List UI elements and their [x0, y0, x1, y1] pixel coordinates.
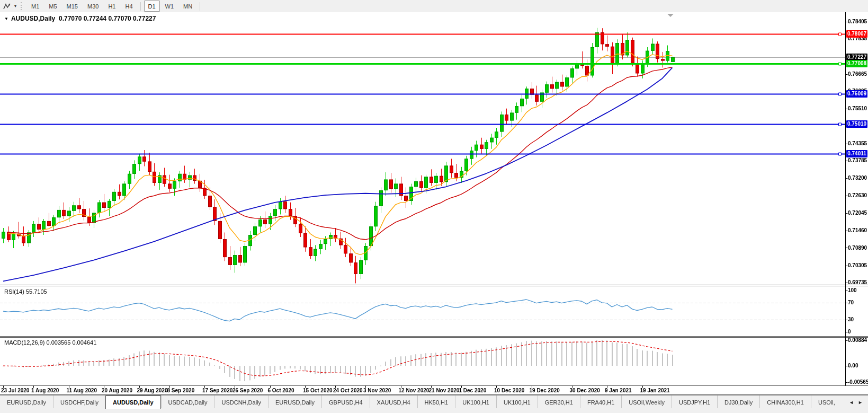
tab-scroll-right-icon[interactable]: ►	[856, 399, 865, 406]
chart-symbol-label: AUDUSD,Daily	[11, 15, 55, 22]
toolbar-separator	[140, 2, 141, 11]
timeframe-button-m1[interactable]: M1	[27, 1, 43, 12]
support-line-3-badge[interactable]: 0.75010	[846, 120, 867, 128]
date-tick-label: 29 Aug 2020	[137, 388, 168, 394]
price-tick-label: 0.69735	[848, 279, 868, 286]
price-tick-label: 0.70890	[848, 244, 868, 252]
tab-usdchf-daily[interactable]: USDCHF,Daily	[53, 396, 105, 409]
tab-audusd-daily[interactable]: AUDUSD,Daily	[105, 396, 160, 409]
tab-scroll-arrows: ◄ ►	[847, 396, 868, 409]
timeframe-toolbar: ▾ M1M5M15M30H1H4D1W1MN	[0, 0, 868, 13]
tab-uk100-h1[interactable]: UK100,H1	[455, 396, 496, 409]
timeframe-button-w1[interactable]: W1	[161, 1, 178, 12]
date-tick-label: 10 Dec 2020	[494, 388, 524, 394]
date-tick-label: 20 Aug 2020	[102, 388, 132, 394]
date-tick-label: 6 Oct 2020	[268, 388, 294, 394]
chart-shift-marker-icon[interactable]	[667, 14, 674, 17]
timeframe-button-h1[interactable]: H1	[104, 1, 120, 12]
date-tick-label: 19 Dec 2020	[530, 388, 560, 394]
price-tick-label: 0.73200	[848, 174, 868, 182]
chart-title: ▼AUDUSD,Daily 0.77070 0.77244 0.77070 0.…	[4, 15, 156, 22]
collapse-triangle-icon[interactable]: ▼	[4, 16, 8, 21]
chevron-down-icon[interactable]: ▾	[12, 4, 19, 8]
price-tick-label: 0.74355	[848, 140, 868, 147]
timeframe-button-mn[interactable]: MN	[179, 1, 196, 12]
toolbar-grip-handle[interactable]	[21, 2, 23, 10]
tab-ger30-h1[interactable]: GER30,H1	[538, 396, 580, 409]
price-tick-label: 0.70305	[848, 262, 868, 269]
chart-ohlc-values: 0.77070 0.77244 0.77070 0.77227	[59, 15, 156, 22]
rsi-scale-label: 100	[848, 287, 868, 294]
date-tick-label: 24 Oct 2020	[333, 388, 363, 394]
price-tick-label: 0.78405	[848, 18, 868, 25]
date-tick-label: 30 Dec 2020	[570, 388, 600, 394]
toolbar-separator	[200, 2, 200, 11]
date-tick-label: 1 Aug 2020	[31, 388, 59, 394]
tab-usdjpy-h1[interactable]: USDJPY,H1	[672, 396, 717, 409]
tab-eurusd-daily[interactable]: EURUSD,Daily	[268, 396, 321, 409]
resistance-line-badge[interactable]: 0.78007	[846, 30, 867, 38]
timeframe-button-h4[interactable]: H4	[121, 1, 137, 12]
macd-scale-label: 0.00	[848, 362, 868, 370]
tab-usdcad-daily[interactable]: USDCAD,Daily	[161, 396, 214, 409]
date-tick-label: 23 Jul 2020	[1, 388, 29, 394]
chart-region: ▼AUDUSD,Daily 0.77070 0.77244 0.77070 0.…	[0, 12, 868, 395]
support-line-4-badge[interactable]: 0.74011	[846, 150, 867, 157]
price-tick-label: 0.72045	[848, 209, 868, 217]
tab-gbpusd-h4[interactable]: GBPUSD,H4	[321, 396, 370, 409]
timeframe-button-m30[interactable]: M30	[83, 1, 103, 12]
timeframe-buttons: M1M5M15M30H1H4D1W1MN	[26, 1, 197, 12]
date-tick-label: 1 Dec 2020	[459, 388, 487, 394]
date-tick-label: 26 Sep 2020	[232, 388, 263, 394]
date-tick-label: 11 Aug 2020	[67, 388, 97, 394]
tab-usoil-[interactable]: USOil,	[811, 396, 842, 409]
price-tick-label: 0.72630	[848, 192, 868, 199]
chart-tabs: EURUSD,DailyUSDCHF,DailyAUDUSD,DailyUSDC…	[0, 396, 842, 409]
tab-usoil-weekly[interactable]: USOil,Weekly	[621, 396, 672, 409]
date-tick-label: 21 Nov 2020	[429, 388, 460, 394]
tab-eurusd-daily[interactable]: EURUSD,Daily	[0, 396, 53, 409]
date-tick-label: 17 Sep 2020	[202, 388, 232, 394]
timeframe-button-d1[interactable]: D1	[144, 1, 160, 12]
price-tick-label: 0.71460	[848, 227, 868, 234]
macd-scale-label: -0.005651	[848, 379, 868, 386]
date-tick-label: 8 Sep 2020	[167, 388, 195, 394]
date-tick-label: 15 Oct 2020	[303, 388, 333, 394]
rsi-scale-label: 30	[848, 316, 868, 323]
date-tick-label: 12 Nov 2020	[399, 388, 429, 394]
tab-dj30-daily[interactable]: DJ30,Daily	[717, 396, 759, 409]
tab-uk100-h1[interactable]: UK100,H1	[496, 396, 538, 409]
tab-china300-h1[interactable]: CHINA300,H1	[759, 396, 811, 409]
tab-xauusd-h4[interactable]: XAUUSD,H4	[370, 396, 417, 409]
price-tick-label: 0.73785	[848, 157, 868, 164]
macd-indicator-label: MACD(12,26,9) 0.003565 0.004641	[4, 339, 96, 346]
rsi-scale-label: 0	[848, 328, 868, 336]
chart-canvas[interactable]	[0, 12, 868, 395]
status-strip	[0, 408, 868, 413]
support-line-2-badge[interactable]: 0.76009	[846, 90, 867, 98]
date-tick-label: 19 Jan 2021	[640, 388, 670, 394]
mt4-window: ▾ M1M5M15M30H1H4D1W1MN ▼AUDUSD,Daily 0.7…	[0, 0, 868, 413]
support-line-1-badge[interactable]: 0.77008	[846, 60, 867, 67]
rsi-indicator-label: RSI(14) 55.7105	[4, 288, 47, 295]
timeframe-button-m5[interactable]: M5	[44, 1, 61, 12]
chart-cursor-icon[interactable]	[2, 2, 12, 11]
tab-fra40-h1[interactable]: FRA40,H1	[580, 396, 621, 409]
macd-scale-label: 0.00884	[848, 337, 868, 344]
price-tick-label: 0.75510	[848, 105, 868, 112]
tab-usdcnh-daily[interactable]: USDCNH,Daily	[214, 396, 268, 409]
date-tick-label: 9 Jan 2021	[605, 388, 632, 394]
price-tick-label: 0.76665	[848, 71, 868, 78]
chart-tab-bar: EURUSD,DailyUSDCHF,DailyAUDUSD,DailyUSDC…	[0, 395, 868, 409]
rsi-scale-label: 70	[848, 299, 868, 306]
timeframe-button-m15[interactable]: M15	[62, 1, 82, 12]
date-tick-label: 3 Nov 2020	[363, 388, 391, 394]
tab-scroll-left-icon[interactable]: ◄	[847, 399, 856, 406]
tab-hk50-h1[interactable]: HK50,H1	[417, 396, 455, 409]
